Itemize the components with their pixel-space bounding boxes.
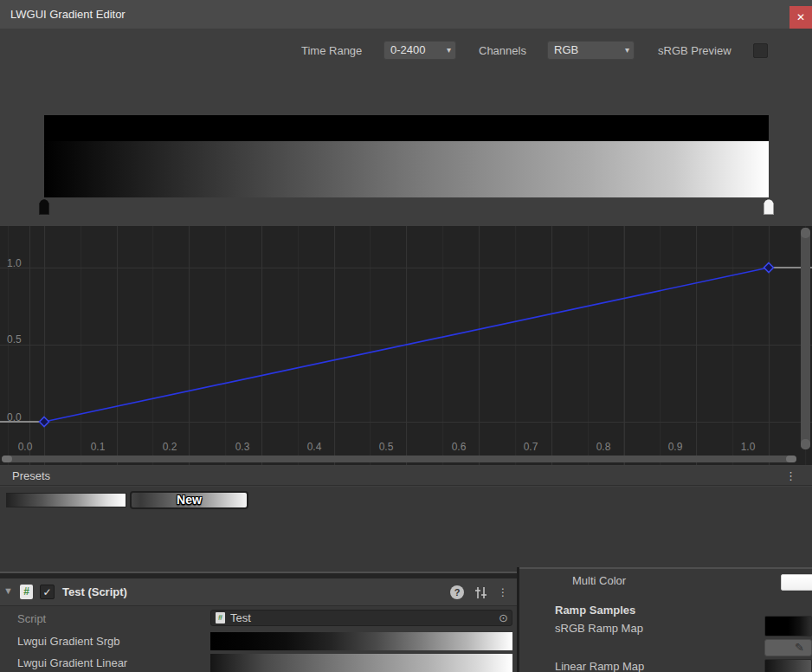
curve-plot <box>0 226 812 465</box>
y-tick-label: 0.5 <box>7 333 36 346</box>
new-preset-button[interactable]: New <box>130 491 248 509</box>
ramp-samples-header: Ramp Samples <box>555 604 635 617</box>
channels-value: RGB <box>554 43 578 56</box>
linear-ramp-map-label: Linear Ramp Map <box>555 660 644 672</box>
gradient-linear-label: Lwgui Gradient Linear <box>17 656 127 669</box>
presets-header: Presets ⋮ <box>0 466 812 486</box>
time-range-label: Time Range <box>301 44 362 57</box>
gradient-key-left[interactable] <box>39 199 49 215</box>
srgb-preview-label: sRGB Preview <box>658 44 731 57</box>
multi-color-label: Multi Color <box>572 574 626 587</box>
preset-gradient-thumbnail[interactable] <box>6 493 126 507</box>
gradient-preview-ramp[interactable] <box>44 141 769 197</box>
gradient-srgb-label: Lwgui Gradient Srgb <box>17 635 120 648</box>
component-title: Test (Script) <box>62 578 127 606</box>
script-field-label: Script <box>17 612 46 625</box>
presets-sliders-icon[interactable] <box>474 586 488 599</box>
material-inspector-panel: Multi Color Ramp Samples sRGB Ramp Map ✎… <box>519 567 812 672</box>
window-titlebar[interactable]: LWGUI Gradient Editor ✕ <box>0 0 812 29</box>
curve-editor-canvas[interactable]: 1.0 0.5 0.0 0.0 0.1 0.2 0.3 0.4 0.5 0.6 … <box>0 226 812 465</box>
scrollbar-zoom-handle-top[interactable] <box>801 228 810 238</box>
x-tick-label: 0.2 <box>155 441 184 453</box>
window-title: LWGUI Gradient Editor <box>10 0 126 29</box>
foldout-triangle-icon[interactable]: ▼ <box>3 585 13 596</box>
presets-body: New <box>0 487 812 572</box>
x-tick-label: 0.5 <box>371 441 401 453</box>
chevron-down-icon: ▾ <box>625 42 629 59</box>
x-tick-label: 0.4 <box>300 441 329 453</box>
gradient-linear-field[interactable] <box>210 654 512 672</box>
component-enabled-checkbox[interactable]: ✓ <box>40 585 55 599</box>
vertical-scrollbar[interactable] <box>801 228 810 449</box>
help-icon[interactable]: ? <box>450 585 464 599</box>
scrollbar-zoom-handle-bottom[interactable] <box>801 439 810 449</box>
x-tick-label: 0.3 <box>228 441 257 453</box>
curve-key-end[interactable] <box>764 263 774 273</box>
x-tick-label: 0.8 <box>589 441 618 453</box>
curve-key-start[interactable] <box>40 417 49 427</box>
horizontal-scrollbar[interactable] <box>2 456 796 462</box>
gradient-preview-top-bar[interactable] <box>44 115 769 141</box>
close-icon[interactable]: ✕ <box>789 6 812 29</box>
x-tick-label: 0.7 <box>516 441 545 453</box>
inspector-panel: ▼ # ✓ Test (Script) ? ⋮ Script # Test ⊙ … <box>0 572 517 672</box>
scrollbar-zoom-handle-right[interactable] <box>786 456 796 462</box>
presets-title: Presets <box>12 466 50 486</box>
channels-label: Channels <box>479 44 526 57</box>
edit-ramp-button[interactable]: ✎ <box>764 639 812 656</box>
time-range-dropdown[interactable]: 0-2400 ▾ <box>383 41 456 60</box>
srgb-preview-checkbox[interactable] <box>753 43 768 58</box>
y-tick-label: 1.0 <box>7 257 36 269</box>
x-tick-label: 0.1 <box>83 441 113 453</box>
gradient-key-right[interactable] <box>764 199 774 215</box>
scrollbar-zoom-handle-left[interactable] <box>2 456 12 462</box>
script-object-field[interactable]: # Test ⊙ <box>210 610 512 626</box>
csharp-script-icon: # <box>20 585 33 599</box>
multi-color-swatch[interactable] <box>781 574 812 591</box>
x-tick-label: 0.6 <box>444 441 474 453</box>
component-fields: Script # Test ⊙ Lwgui Gradient Srgb Lwgu… <box>0 607 517 672</box>
curve-line <box>44 268 769 422</box>
time-range-value: 0-2400 <box>390 43 425 56</box>
srgb-ramp-map-label: sRGB Ramp Map <box>555 622 643 635</box>
chevron-down-icon: ▾ <box>447 42 451 59</box>
gradient-srgb-field[interactable] <box>210 632 512 650</box>
x-tick-label: 0.9 <box>661 441 690 453</box>
kebab-menu-icon[interactable]: ⋮ <box>498 578 508 606</box>
object-picker-icon[interactable]: ⊙ <box>499 611 508 625</box>
pencil-icon: ✎ <box>795 641 804 654</box>
csharp-script-icon: # <box>216 612 225 624</box>
srgb-ramp-map-thumbnail[interactable] <box>764 616 812 636</box>
linear-ramp-map-thumbnail[interactable] <box>764 659 812 672</box>
channels-dropdown[interactable]: RGB ▾ <box>547 41 635 60</box>
script-object-name: Test <box>230 611 251 625</box>
kebab-menu-icon[interactable]: ⋮ <box>785 466 796 486</box>
x-tick-label: 1.0 <box>733 441 763 453</box>
lwgui-gradient-editor-window: LWGUI Gradient Editor ✕ Time Range 0-240… <box>0 0 812 672</box>
component-header[interactable]: ▼ # ✓ Test (Script) ? ⋮ <box>0 578 517 606</box>
x-tick-label: 0.0 <box>10 441 40 453</box>
y-tick-label: 0.0 <box>7 411 36 423</box>
